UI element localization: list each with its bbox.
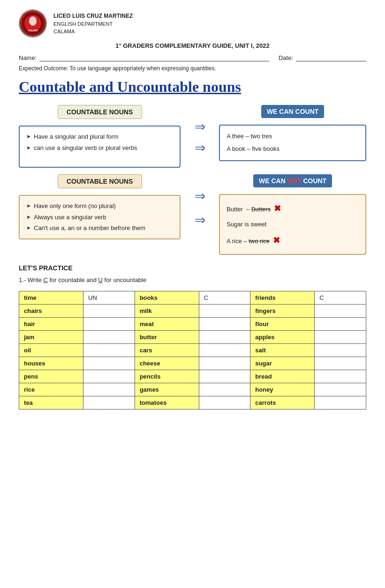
- cannot-post: COUNT: [303, 177, 326, 185]
- date-underline: [296, 54, 366, 61]
- answer-apples: [315, 331, 366, 344]
- countable-bullets-list: Have a singular and plural form can use …: [26, 131, 173, 153]
- word-friends: friends: [250, 291, 315, 305]
- answer-salt: [315, 344, 366, 357]
- name-label: Name:: [19, 54, 37, 61]
- arrow-4: ⇒: [195, 212, 205, 228]
- word-fingers: fingers: [250, 305, 315, 318]
- word-time: time: [19, 291, 83, 305]
- can-count-example-2: A book – five books: [226, 143, 359, 156]
- word-sugar: sugar: [250, 357, 315, 370]
- table-row: hair meat flour: [19, 318, 366, 331]
- word-apples: apples: [250, 331, 315, 344]
- word-pens: pens: [19, 370, 83, 383]
- answer-flour: [315, 318, 366, 331]
- answer-fingers: [315, 305, 366, 318]
- practice-table-body: time UN books C friends C chairs milk fi…: [19, 291, 366, 409]
- word-salt: salt: [250, 344, 315, 357]
- cannot-pre: WE CAN: [259, 177, 286, 185]
- answer-meat: [199, 318, 250, 331]
- word-cheese: cheese: [135, 357, 199, 370]
- instruction-c: C: [44, 276, 48, 283]
- strikethrough-tworice: two rice: [249, 238, 270, 245]
- answer-honey: [315, 383, 366, 396]
- word-meat: meat: [135, 318, 199, 331]
- countable-header-wrapper: COUNTABLE NOUNS: [19, 105, 181, 123]
- cannot-example-2: Sugar is sweet: [226, 217, 359, 231]
- can-count-header: WE CAN COUNT: [261, 105, 324, 118]
- department: ENGLISH DEPARTMENT: [53, 20, 133, 28]
- can-count-example-1: A thee – two tres: [226, 130, 359, 143]
- answer-bread: [315, 370, 366, 383]
- cannot-example-1: Butter – Butters ✖: [226, 200, 359, 217]
- word-hair: hair: [19, 318, 83, 331]
- arrow-1: ⇒: [195, 119, 205, 134]
- x-mark-1: ✖: [274, 204, 281, 213]
- uncountable-bullet-2: Always use a singular verb: [26, 212, 173, 223]
- logo-image: CALAMA: [20, 10, 46, 37]
- word-chairs: chairs: [19, 305, 83, 318]
- answer-friends: C: [315, 291, 366, 305]
- answer-sugar: [315, 357, 366, 370]
- answer-cheese: [199, 357, 250, 370]
- uncountable-section: COUNTABLE NOUNS Have only one form (no p…: [19, 174, 366, 255]
- word-jam: jam: [19, 331, 83, 344]
- cannot-not: NOT: [287, 177, 302, 185]
- word-bread: bread: [250, 370, 315, 383]
- word-pencils: pencils: [135, 370, 199, 383]
- expected-outcome: Expected Outcome: To use language approp…: [19, 65, 366, 72]
- name-underline: [39, 54, 269, 61]
- countable-left: COUNTABLE NOUNS Have a singular and plur…: [19, 105, 181, 168]
- table-row: jam butter apples: [19, 331, 366, 344]
- uncountable-bullets-list: Have only one form (no plural) Always us…: [26, 201, 173, 234]
- name-date-line: Name: Date:: [19, 54, 366, 61]
- page-header: CALAMA LICEO LUIS CRUZ MARTINEZ ENGLISH …: [19, 9, 366, 37]
- countable-bullets-box: Have a singular and plural form can use …: [19, 126, 181, 168]
- word-oil: oil: [19, 344, 83, 357]
- answer-cars: [199, 344, 250, 357]
- x-mark-2: ✖: [273, 236, 280, 245]
- instruction-post: for uncountable: [103, 276, 146, 283]
- word-milk: milk: [135, 305, 199, 318]
- answer-hair: [83, 318, 135, 331]
- instruction-pre: 1.- Write: [19, 276, 44, 283]
- answer-chairs: [83, 305, 135, 318]
- cannot-count-header: WE CAN NOT COUNT: [253, 174, 332, 187]
- school-name: LICEO LUIS CRUZ MARTINEZ: [53, 12, 133, 20]
- countable-right: WE CAN COUNT A thee – two tres A book – …: [219, 105, 366, 161]
- answer-pencils: [199, 370, 250, 383]
- school-info: LICEO LUIS CRUZ MARTINEZ ENGLISH DEPARTM…: [53, 12, 133, 36]
- date-field: Date:: [279, 54, 366, 61]
- table-row: rice games honey: [19, 383, 366, 396]
- word-games: games: [135, 383, 199, 396]
- answer-houses: [83, 357, 135, 370]
- countable-section: COUNTABLE NOUNS Have a singular and plur…: [19, 105, 366, 168]
- answer-time: UN: [83, 291, 135, 305]
- uncountable-header-wrapper: COUNTABLE NOUNS: [19, 174, 181, 192]
- word-honey: honey: [250, 383, 315, 396]
- strikethrough-butters: Butters: [251, 206, 271, 213]
- countable-bullet-2: can use a singular verb or plural verbs: [26, 142, 173, 154]
- word-flour: flour: [250, 318, 315, 331]
- cannot-count-examples: Butter – Butters ✖ Sugar is sweet A rice…: [219, 194, 366, 255]
- table-row: chairs milk fingers: [19, 305, 366, 318]
- answer-rice: [83, 383, 135, 396]
- answer-butter: [199, 331, 250, 344]
- answer-pens: [83, 370, 135, 383]
- uncountable-bullets-box: Have only one form (no plural) Always us…: [19, 195, 181, 239]
- answer-tomatoes: [199, 396, 250, 409]
- cannot-example-3: A rice – two rice ✖: [226, 231, 359, 249]
- table-row: oil cars salt: [19, 344, 366, 357]
- uncountable-bullet-1: Have only one form (no plural): [26, 201, 173, 212]
- countable-bullet-1: Have a singular and plural form: [26, 131, 173, 142]
- main-title: Countable and Uncountable nouns: [19, 78, 366, 96]
- uncountable-right: WE CAN NOT COUNT Butter – Butters ✖ Suga…: [219, 174, 366, 255]
- arrows-countable: ⇒ ⇒: [188, 105, 211, 156]
- guide-title: 1° GRADERS COMPLEMENTARY GUIDE, UNIT I, …: [19, 42, 366, 49]
- word-tea: tea: [19, 396, 83, 409]
- answer-books: C: [199, 291, 250, 305]
- uncountable-header: COUNTABLE NOUNS: [58, 174, 142, 188]
- word-rice: rice: [19, 383, 83, 396]
- svg-point-2: [29, 16, 37, 26]
- arrow-3: ⇒: [195, 188, 205, 204]
